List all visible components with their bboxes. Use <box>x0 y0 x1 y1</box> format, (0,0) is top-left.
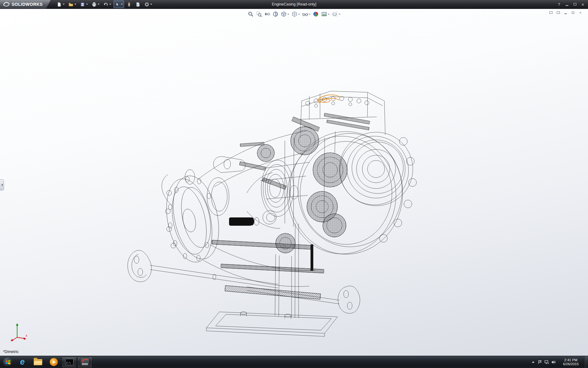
display-style-cube-icon <box>292 11 298 17</box>
highlighted-edge[interactable] <box>317 95 341 103</box>
print-button[interactable] <box>90 1 101 8</box>
dropdown-caret[interactable] <box>298 14 300 15</box>
chevron-up-icon <box>532 361 534 363</box>
file-properties-icon <box>135 2 141 7</box>
options-gear-icon <box>144 2 149 7</box>
new-window-icon <box>557 11 560 14</box>
minimize-button[interactable] <box>564 1 570 7</box>
save-button[interactable] <box>79 1 89 8</box>
zoom-to-fit-icon <box>248 11 254 17</box>
previous-view-icon <box>264 11 270 17</box>
zoom-to-fit-button[interactable] <box>247 10 255 18</box>
start-button[interactable] <box>3 357 13 367</box>
window-controls: ? × <box>556 1 588 7</box>
taskbar-clock[interactable]: 2:41 PM 6/26/2015 <box>559 358 582 366</box>
show-hidden-icons-button[interactable] <box>530 358 537 366</box>
action-center-flag-icon <box>538 360 542 364</box>
close-button[interactable]: × <box>579 1 586 7</box>
document-close-button[interactable]: × <box>578 10 583 15</box>
engine-casing-model[interactable] <box>0 9 588 356</box>
previous-view-button[interactable] <box>263 10 271 18</box>
titlebar: SOLIDWORKS <box>0 0 588 9</box>
restore-button[interactable] <box>571 1 578 7</box>
options-button[interactable] <box>143 1 153 8</box>
rebuild-button[interactable] <box>125 1 133 8</box>
solidworks-swoosh-icon <box>82 358 89 363</box>
new-window-button[interactable] <box>556 10 561 15</box>
solidworks-logo: SOLIDWORKS <box>0 0 51 9</box>
dropdown-caret[interactable] <box>328 14 330 15</box>
heads-up-view-toolbar <box>247 10 341 18</box>
taskbar-apps: e C:\ 2015 <box>15 357 92 368</box>
file-properties-button[interactable] <box>134 1 142 8</box>
system-tray: 2:41 PM 6/26/2015 <box>530 356 588 368</box>
dropdown-caret[interactable] <box>109 4 111 5</box>
hide-show-items-button[interactable] <box>301 10 312 18</box>
command-prompt-icon: C:\ <box>65 359 74 365</box>
taskbar-media-player[interactable] <box>46 357 61 368</box>
edit-appearance-sphere-icon <box>313 11 319 17</box>
zoom-to-area-button[interactable] <box>255 10 263 18</box>
apply-scene-icon <box>321 11 327 17</box>
taskbar-internet-explorer[interactable]: e <box>15 357 30 368</box>
section-view-button[interactable] <box>272 10 280 18</box>
dropdown-caret[interactable] <box>98 4 100 5</box>
view-orientation-button[interactable] <box>280 10 290 18</box>
triad-x-label: x <box>26 334 27 337</box>
document-minimize-button[interactable] <box>563 10 568 15</box>
rebuild-icon <box>126 2 132 7</box>
taskbar-windows-explorer[interactable] <box>31 357 45 368</box>
zoom-to-area-icon <box>256 11 262 17</box>
arrange-window-button[interactable] <box>548 10 554 15</box>
app-name: SOLIDWORKS <box>12 2 43 7</box>
clock-date: 6/26/2015 <box>559 362 582 366</box>
help-button[interactable]: ? <box>556 1 562 7</box>
document-restore-button[interactable] <box>570 10 576 15</box>
view-settings-button[interactable] <box>331 10 341 18</box>
taskbar-command-prompt[interactable]: C:\ <box>62 357 77 368</box>
reference-triad: x <box>8 322 29 342</box>
dropdown-caret[interactable] <box>86 4 88 5</box>
view-orientation-label: *Dimetric <box>3 350 19 354</box>
dropdown-caret[interactable] <box>63 4 65 5</box>
undo-button[interactable] <box>102 1 112 8</box>
action-center-button[interactable] <box>537 358 543 366</box>
arrange-window-icon <box>549 11 552 14</box>
open-button[interactable] <box>67 1 77 8</box>
view-settings-icon <box>332 11 338 17</box>
open-folder-icon <box>68 2 74 7</box>
dropdown-caret[interactable] <box>309 14 311 15</box>
solidworks-version-badge: 2015 <box>82 363 88 366</box>
media-player-icon <box>50 358 58 366</box>
document-close-icon: × <box>579 11 581 14</box>
document-restore-icon <box>572 12 574 14</box>
new-document-icon <box>57 2 62 7</box>
print-icon <box>92 2 97 7</box>
dropdown-caret[interactable] <box>150 4 152 5</box>
volume-icon <box>551 360 556 364</box>
wireframe-geometry <box>128 91 417 336</box>
dropdown-caret[interactable] <box>288 14 289 15</box>
dropdown-caret[interactable] <box>121 4 123 5</box>
show-desktop-button[interactable] <box>584 356 588 368</box>
volume-button[interactable] <box>550 358 557 366</box>
display-style-button[interactable] <box>291 10 301 18</box>
view-orientation-cube-icon <box>281 11 287 17</box>
chevron-left-icon <box>1 184 3 186</box>
minimize-icon <box>566 5 568 6</box>
dropdown-caret[interactable] <box>339 14 341 15</box>
ds-logo-icon <box>3 2 10 7</box>
document-minimize-icon <box>564 13 567 14</box>
restore-icon <box>574 3 576 6</box>
featuremanager-flyout-tab[interactable] <box>0 179 4 190</box>
network-button[interactable] <box>543 358 550 366</box>
select-button[interactable] <box>114 1 124 8</box>
apply-scene-button[interactable] <box>320 10 331 18</box>
dropdown-caret[interactable] <box>74 4 76 5</box>
new-document-button[interactable] <box>55 1 66 8</box>
graphics-viewport[interactable]: × <box>0 9 588 356</box>
taskbar-solidworks[interactable]: 2015 <box>77 357 92 368</box>
standard-toolbar <box>55 1 154 8</box>
taskbar: e C:\ 2015 <box>0 356 588 368</box>
edit-appearance-button[interactable] <box>312 10 320 18</box>
